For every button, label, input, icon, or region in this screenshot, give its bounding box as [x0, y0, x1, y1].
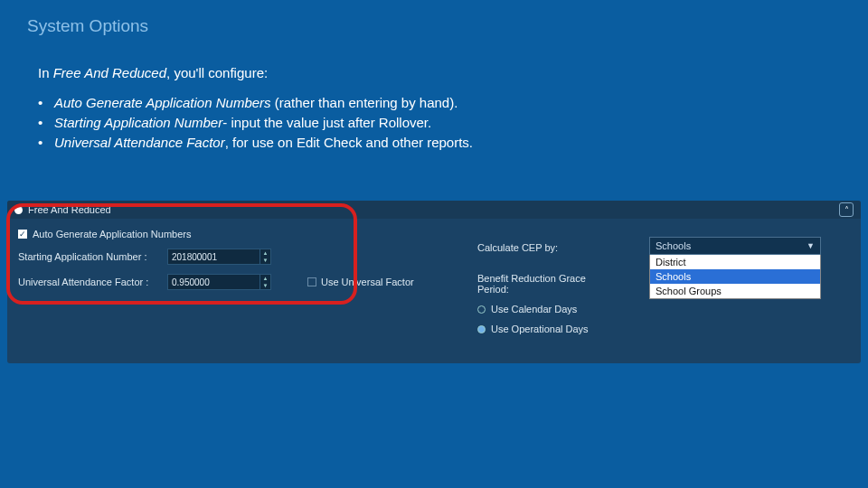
dropdown-option[interactable]: Schools: [650, 269, 820, 284]
bullet-text: (rather than entering by hand).: [271, 95, 458, 110]
intro-prefix: In: [38, 65, 53, 80]
bullet-em: Universal Attendance Factor: [54, 135, 225, 150]
use-universal-factor[interactable]: Use Universal Factor: [307, 277, 414, 287]
dropdown-value: Schools: [656, 240, 691, 251]
bullet-text: - input the value just after Rollover.: [222, 115, 431, 130]
dropdown-selected[interactable]: Schools ▼: [649, 237, 821, 255]
autogen-label: Auto Generate Application Numbers: [33, 229, 192, 239]
stepper-icon[interactable]: ▲▼: [259, 275, 270, 289]
start-app-input[interactable]: 201800001 ▲▼: [167, 249, 271, 265]
stepper-icon[interactable]: ▲▼: [259, 249, 270, 264]
bullet-text: , for use on Edit Check and other report…: [225, 135, 473, 150]
radio-operational-label: Use Operational Days: [491, 324, 589, 334]
radio-calendar-label: Use Calendar Days: [491, 304, 577, 314]
uaf-value: 0.950000: [172, 277, 210, 287]
benefit-label: Benefit Reduction Grace Period:: [477, 273, 604, 295]
cep-dropdown[interactable]: Schools ▼ District Schools School Groups: [649, 237, 821, 299]
checkbox-useuf[interactable]: [307, 277, 316, 286]
chevron-down-icon: ▼: [807, 241, 815, 250]
checkbox-autogen[interactable]: ✓: [18, 230, 27, 239]
list-item: Auto Generate Application Numbers (rathe…: [38, 93, 868, 113]
settings-panel: Free And Reduced ˄ ✓ Auto Generate Appli…: [7, 201, 861, 363]
panel-header[interactable]: Free And Reduced ˄: [7, 201, 861, 219]
list-item: Universal Attendance Factor, for use on …: [38, 133, 868, 153]
calc-cep-label: Calculate CEP by:: [477, 242, 604, 253]
intro-section: Free And Reduced: [53, 65, 166, 80]
page-title: System Options: [0, 0, 868, 36]
bullet-em: Starting Application Number: [54, 115, 222, 130]
useuf-label: Use Universal Factor: [321, 277, 414, 287]
radio-icon: [477, 305, 486, 314]
radio-calendar[interactable]: Use Calendar Days: [477, 304, 604, 314]
dropdown-list: District Schools School Groups: [649, 255, 821, 299]
bullet-list: Auto Generate Application Numbers (rathe…: [0, 80, 868, 152]
collapse-icon[interactable]: ˄: [839, 202, 854, 217]
radio-icon: [477, 325, 486, 333]
uaf-label: Universal Attendance Factor :: [18, 277, 167, 287]
panel-header-label: Free And Reduced: [28, 204, 111, 215]
right-column: Calculate CEP by: Benefit Reduction Grac…: [477, 242, 604, 343]
uaf-input[interactable]: 0.950000 ▲▼: [167, 274, 271, 290]
dropdown-option[interactable]: School Groups: [650, 284, 820, 298]
intro-suffix: , you'll configure:: [166, 65, 268, 80]
section-radio-icon: [14, 206, 23, 214]
dropdown-option[interactable]: District: [650, 255, 820, 269]
intro-line: In Free And Reduced, you'll configure:: [0, 36, 868, 80]
radio-operational[interactable]: Use Operational Days: [477, 324, 604, 334]
list-item: Starting Application Number- input the v…: [38, 113, 868, 133]
start-app-label: Starting Application Number :: [18, 251, 167, 262]
bullet-em: Auto Generate Application Numbers: [54, 95, 271, 110]
start-app-value: 201800001: [172, 252, 217, 262]
